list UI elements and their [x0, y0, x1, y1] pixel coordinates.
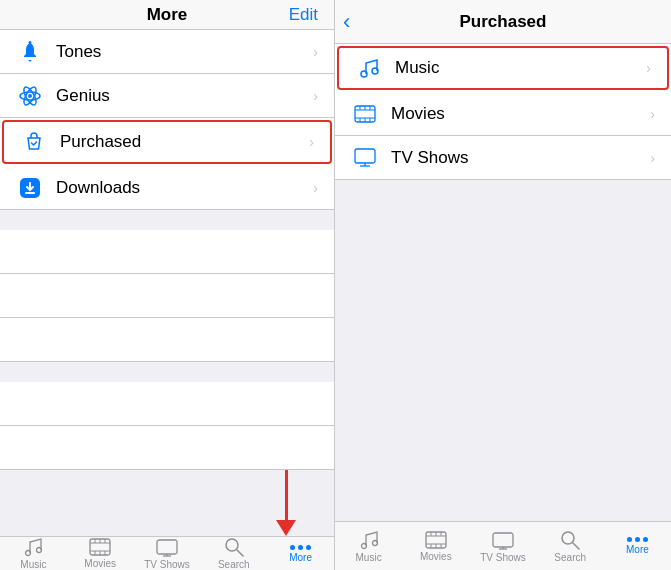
svg-point-4	[28, 94, 32, 98]
music-tab-icon-right	[358, 530, 380, 550]
tv-tab-icon-left	[156, 537, 178, 557]
edit-button[interactable]: Edit	[289, 5, 318, 25]
svg-point-20	[226, 539, 238, 551]
purchased-label: Purchased	[60, 132, 309, 152]
right-list: Music › Movies ›	[335, 44, 671, 180]
spacer-1	[0, 210, 334, 230]
tab-more-label-left: More	[289, 552, 312, 563]
empty-row-5	[0, 426, 334, 470]
movies-tab-icon-right	[425, 531, 447, 549]
right-tvshows-chevron: ›	[650, 150, 655, 166]
right-tab-bar: Music Movies	[335, 521, 671, 570]
left-header-title: More	[147, 5, 188, 25]
left-tab-bar: Music Movies	[0, 536, 334, 570]
tv-screen-icon	[351, 144, 379, 172]
list-item-genius[interactable]: Genius ›	[0, 74, 334, 118]
right-tvshows-label: TV Shows	[391, 148, 650, 168]
right-panel: ‹ Purchased Music ›	[335, 0, 671, 570]
list-item-downloads[interactable]: Downloads ›	[0, 166, 334, 210]
right-header-title: Purchased	[460, 12, 547, 32]
genius-label: Genius	[56, 86, 313, 106]
tones-label: Tones	[56, 42, 313, 62]
music-tab-icon	[22, 537, 44, 557]
right-movies-chevron: ›	[650, 106, 655, 122]
search-tab-icon-left	[224, 537, 244, 557]
red-arrow	[276, 470, 296, 536]
empty-row-4	[0, 382, 334, 426]
empty-row-2	[0, 274, 334, 318]
left-panel: More Edit Tones ›	[0, 0, 335, 570]
back-chevron-icon: ‹	[343, 11, 350, 33]
right-nav-header: ‹ Purchased	[335, 0, 671, 44]
svg-point-0	[29, 41, 32, 44]
right-list-item-music[interactable]: Music ›	[337, 46, 669, 90]
tab-more-left[interactable]: More	[267, 537, 334, 570]
tab-tvshows-right[interactable]: TV Shows	[469, 522, 536, 570]
tab-music-left[interactable]: Music	[0, 537, 67, 570]
genius-chevron: ›	[313, 88, 318, 104]
tab-more-right[interactable]: More	[604, 522, 671, 570]
tab-movies-left[interactable]: Movies	[67, 537, 134, 570]
bag-icon	[20, 128, 48, 156]
list-item-tones[interactable]: Tones ›	[0, 30, 334, 74]
svg-rect-33	[355, 149, 375, 163]
tab-more-label-right: More	[626, 544, 649, 555]
tab-search-label-right: Search	[554, 552, 586, 563]
film-icon	[351, 100, 379, 128]
spacer-2	[0, 362, 334, 382]
right-spacer	[335, 180, 671, 521]
right-music-chevron: ›	[646, 60, 651, 76]
tab-music-label-right: Music	[356, 552, 382, 563]
movies-tab-icon-left	[89, 538, 111, 556]
arrow-container	[0, 470, 334, 536]
empty-row-1	[0, 230, 334, 274]
purchased-chevron: ›	[309, 134, 314, 150]
left-nav-header: More Edit	[0, 0, 334, 30]
bell-icon	[16, 38, 44, 66]
tones-chevron: ›	[313, 44, 318, 60]
svg-point-50	[562, 532, 574, 544]
tab-music-right[interactable]: Music	[335, 522, 402, 570]
atom-icon	[16, 82, 44, 110]
right-list-item-tvshows[interactable]: TV Shows ›	[335, 136, 671, 180]
music-note-icon	[355, 54, 383, 82]
right-music-label: Music	[395, 58, 646, 78]
tab-tvshows-left[interactable]: TV Shows	[134, 537, 201, 570]
download-icon	[16, 174, 44, 202]
right-list-item-movies[interactable]: Movies ›	[335, 92, 671, 136]
more-tab-icon-right	[627, 537, 648, 542]
tab-music-label-left: Music	[20, 559, 46, 570]
left-list: Tones › Genius ›	[0, 30, 334, 470]
tab-search-right[interactable]: Search	[537, 522, 604, 570]
tab-movies-label-left: Movies	[84, 558, 116, 569]
downloads-chevron: ›	[313, 180, 318, 196]
tab-search-label-left: Search	[218, 559, 250, 570]
list-item-purchased[interactable]: Purchased ›	[2, 120, 332, 164]
svg-line-51	[573, 543, 579, 549]
svg-rect-17	[157, 540, 177, 554]
tab-movies-right[interactable]: Movies	[402, 522, 469, 570]
tab-tvshows-label-right: TV Shows	[480, 552, 526, 563]
svg-line-21	[237, 550, 243, 556]
search-tab-icon-right	[560, 530, 580, 550]
tab-movies-label-right: Movies	[420, 551, 452, 562]
downloads-label: Downloads	[56, 178, 313, 198]
tab-search-left[interactable]: Search	[200, 537, 267, 570]
svg-rect-47	[493, 533, 513, 547]
back-button[interactable]: ‹	[343, 11, 350, 33]
right-movies-label: Movies	[391, 104, 650, 124]
tab-tvshows-label-left: TV Shows	[144, 559, 190, 570]
more-tab-icon-left	[290, 545, 311, 550]
tv-tab-icon-right	[492, 530, 514, 550]
empty-row-3	[0, 318, 334, 362]
